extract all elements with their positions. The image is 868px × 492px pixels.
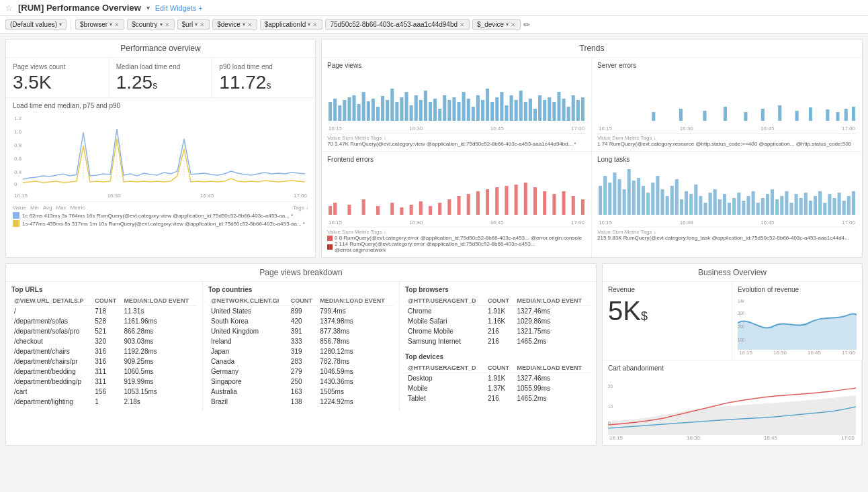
svg-rect-70: [795, 111, 799, 121]
svg-rect-78: [347, 205, 351, 215]
metrics-row: Page views count 3.5K Median load time e…: [6, 58, 315, 98]
table-row[interactable]: Desktop1.91K1327.46ms: [405, 373, 591, 384]
table-row[interactable]: Singapore2501430.36ms: [208, 377, 394, 387]
svg-rect-87: [447, 199, 451, 215]
svg-rect-98: [552, 194, 556, 215]
table-row[interactable]: /checkout320903.03ms: [11, 336, 197, 346]
svg-rect-41: [481, 100, 484, 121]
filter-url[interactable]: $url ▾ ✕: [177, 19, 210, 30]
trend-lt-x-labels: 16:15 16:30 16:45 17:00: [597, 219, 857, 226]
svg-rect-138: [771, 189, 774, 215]
svg-rect-9: [329, 102, 332, 121]
top-bar: ☆ [RUM] Performance Overview ▾ Edit Widg…: [0, 0, 868, 16]
svg-rect-73: [836, 112, 840, 121]
svg-rect-11: [338, 105, 341, 121]
table-row[interactable]: Brazil1381224.92ms: [208, 397, 394, 407]
svg-text:300: 300: [738, 311, 745, 315]
title-caret[interactable]: ▾: [146, 4, 150, 11]
edit-filter-icon[interactable]: ✏: [523, 20, 530, 30]
svg-rect-46: [505, 105, 508, 121]
svg-rect-126: [713, 189, 717, 215]
svg-rect-64: [679, 109, 683, 121]
filter-appid-value[interactable]: 75d50c52-8b66-403c-a453-aaa1c44d94bd ✕: [325, 19, 470, 30]
svg-rect-95: [524, 183, 527, 215]
cart-abandonment-cell: Cart abandonment 20 10 0: [603, 360, 862, 445]
table-row[interactable]: Australia1631505ms: [208, 387, 394, 397]
trend-page-views-title: Page views: [327, 62, 586, 69]
svg-rect-122: [694, 185, 697, 215]
filter-applicationid[interactable]: $applicationId ▾ ✕: [260, 19, 323, 30]
svg-rect-38: [467, 99, 470, 121]
svg-rect-113: [651, 183, 654, 215]
svg-rect-90: [476, 191, 480, 215]
svg-text:200: 200: [738, 324, 745, 329]
table-row[interactable]: /department/bedding/p311919.99ms: [11, 377, 197, 387]
page-views-breakdown-card: Page views breakdown Top URLs @VIEW.URL_…: [5, 263, 597, 446]
table-row[interactable]: Samsung Internet2161465.2ms: [405, 336, 591, 346]
trend-frontend-errors: Frontend errors: [322, 152, 592, 257]
table-row[interactable]: Mobile Safari1.16K1029.86ms: [405, 316, 591, 326]
table-row[interactable]: United States899799.4ms: [208, 306, 394, 317]
trend-fe-x-labels: 16:15 16:30 16:45 17:00: [327, 219, 586, 226]
bottom-sections-row: Page views breakdown Top URLs @VIEW.URL_…: [5, 263, 863, 446]
load-time-chart-title: Load time end median, p75 and p90: [13, 102, 308, 109]
col-browser: @HTTP.USERAGENT_D: [405, 296, 485, 306]
table-row[interactable]: /department/sofas/pro521866.28ms: [11, 326, 197, 336]
trend-se-x-labels: 16:15 16:30 16:45 17:00: [597, 126, 857, 132]
svg-rect-118: [675, 179, 679, 215]
trends-grid: Page views: [322, 58, 862, 257]
edit-widgets-button[interactable]: Edit Widgets +: [155, 4, 203, 12]
trend-server-errors: Server errors: [592, 58, 862, 152]
svg-rect-139: [775, 199, 779, 215]
table-row[interactable]: South Korea4201374.98ms: [208, 316, 394, 326]
table-row[interactable]: United Kingdom391877.38ms: [208, 326, 394, 336]
table-row[interactable]: Mobile1.37K1055.99ms: [405, 383, 591, 393]
table-row[interactable]: Canada283782.78ms: [208, 356, 394, 366]
revenue-cell: Revenue 5K$: [603, 282, 732, 360]
filter-device[interactable]: $device ▾ ✕: [212, 19, 257, 30]
table-row[interactable]: Ireland333856.78ms: [208, 336, 394, 346]
svg-rect-49: [519, 91, 523, 121]
filter-browser[interactable]: $browser ▾ ✕: [75, 19, 124, 30]
col-url: @VIEW.URL_DETAILS.P: [11, 296, 92, 306]
top-browsers-devices-section: Top browsers @HTTP.USERAGENT_D COUNT MED…: [400, 282, 596, 411]
table-row[interactable]: Chrome Mobile2161321.75ms: [405, 326, 591, 336]
table-row[interactable]: /cart1561053.15ms: [11, 387, 197, 397]
svg-rect-117: [670, 186, 674, 215]
svg-rect-153: [842, 201, 846, 215]
col-device: @HTTP.USERAGENT_D: [405, 363, 485, 373]
svg-text:10: 10: [608, 404, 613, 409]
filter-country[interactable]: $country ▾ ✕: [127, 19, 174, 30]
table-row[interactable]: /department/chairs/pr316909.25ms: [11, 356, 197, 366]
svg-rect-53: [538, 95, 541, 121]
svg-rect-33: [443, 95, 446, 121]
top-browsers-table: @HTTP.USERAGENT_D COUNT MEDIAN:LOAD EVEN…: [405, 296, 591, 346]
performance-overview-card: Performance overview Page views count 3.…: [5, 39, 316, 258]
trend-server-errors-chart: [597, 72, 857, 126]
table-row[interactable]: Tablet2161465.2ms: [405, 393, 591, 403]
table-row[interactable]: /department/sofas5281161.96ms: [11, 316, 197, 326]
load-chart-legend: Value Min Avg Max Metric Tags ↓ 1c 62ms …: [13, 201, 308, 227]
svg-rect-93: [505, 186, 508, 215]
svg-rect-18: [372, 99, 375, 121]
svg-rect-134: [752, 191, 755, 215]
table-row[interactable]: /71811.31s: [11, 306, 197, 317]
filter-s-device[interactable]: $_device ▾ ✕: [472, 19, 521, 30]
svg-rect-79: [362, 199, 365, 215]
svg-rect-132: [742, 201, 745, 215]
table-row[interactable]: Chrome1.91K1327.46ms: [405, 306, 591, 317]
table-row[interactable]: Japan3191280.12ms: [208, 346, 394, 356]
svg-rect-127: [718, 199, 722, 215]
dashboard: Performance overview Page views count 3.…: [0, 34, 868, 451]
table-row[interactable]: Germany2791046.59ms: [208, 366, 394, 377]
star-icon[interactable]: ☆: [5, 3, 13, 13]
svg-rect-85: [429, 206, 432, 215]
svg-rect-67: [744, 112, 747, 121]
cart-x-labels: 16:15 16:30 16:45 17:00: [608, 435, 856, 441]
svg-rect-37: [462, 92, 466, 121]
table-row[interactable]: /department/bedding3111060.5ms: [11, 366, 197, 377]
filter-default[interactable]: (Default values) ▾: [5, 19, 67, 30]
table-row[interactable]: /department/chairs3161192.28ms: [11, 346, 197, 356]
svg-rect-47: [510, 95, 513, 121]
table-row[interactable]: /department/lighting12.18s: [11, 397, 197, 407]
